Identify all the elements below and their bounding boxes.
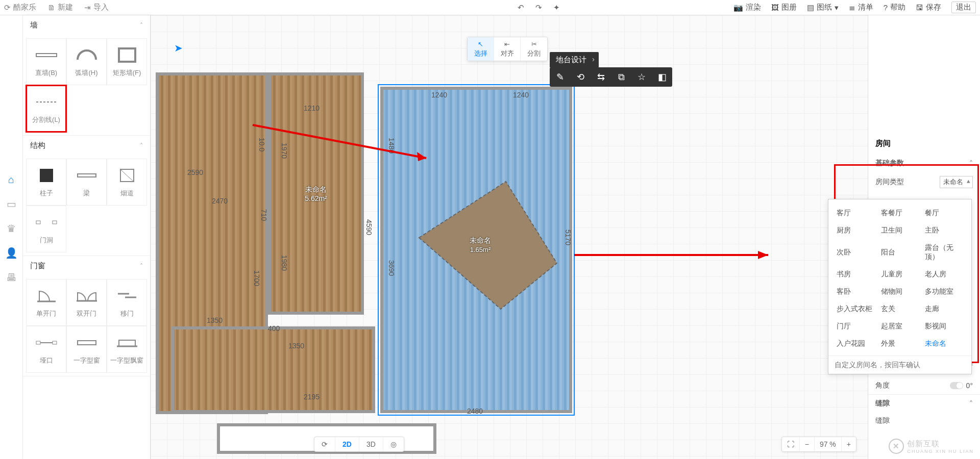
import-icon: ⇥	[84, 3, 91, 12]
align-icon: ⇤	[504, 40, 510, 48]
exit-button[interactable]: 退出	[951, 2, 976, 13]
rail-furniture-icon[interactable]: ♛	[5, 222, 17, 235]
undo-button[interactable]: ↶	[518, 3, 524, 12]
section-wall: 墙˄ 直墙(B) 弧墙(H) 矩形墙(F) 分割线(L)	[23, 15, 150, 136]
dim-label: 1480	[387, 138, 396, 154]
room-type-option[interactable]: 客餐厅	[879, 205, 921, 222]
section-doorwin-header[interactable]: 门窗˄	[23, 256, 150, 276]
dim-label: 1970	[280, 143, 288, 159]
room-type-option[interactable]: 卫生间	[879, 222, 921, 239]
tool-divider-line[interactable]: 分割线(L)	[26, 85, 66, 132]
room-type-option[interactable]: 老人房	[923, 266, 965, 283]
rail-material-icon[interactable]: ▭	[5, 198, 17, 210]
dim-label: 2590	[187, 168, 203, 176]
room-type-option[interactable]: 书房	[835, 266, 877, 283]
room-type-option[interactable]: 露台（无顶）	[923, 239, 965, 266]
room-type-option[interactable]: 步入式衣柜	[835, 300, 877, 318]
room-type-option[interactable]: 入户花园	[835, 335, 877, 352]
room-type-option[interactable]: 未命名	[923, 335, 965, 352]
tool-arc-wall[interactable]: 弧墙(H)	[66, 38, 107, 85]
cursor-icon: ↖	[478, 40, 483, 48]
tool-beam[interactable]: 梁	[66, 159, 107, 206]
rail-home-icon[interactable]: ⌂	[5, 173, 17, 186]
tool-straight-wall[interactable]: 直墙(B)	[26, 38, 66, 85]
room-type-option[interactable]: 主卧	[923, 222, 965, 239]
copy-button[interactable]: ⧉	[611, 67, 631, 87]
room-type-option[interactable]: 多功能室	[923, 283, 965, 300]
tool-flue[interactable]: 烟道	[107, 159, 147, 206]
room-type-option[interactable]: 走廊	[923, 300, 965, 318]
view-eye-button[interactable]: ◎	[383, 437, 404, 451]
tool-door-opening[interactable]: 门洞	[26, 206, 66, 252]
angle-value: 0°	[966, 381, 973, 390]
angle-toggle[interactable]	[950, 382, 963, 389]
import-button[interactable]: ⇥导入	[84, 3, 109, 12]
room-type-option[interactable]: 门厅	[835, 318, 877, 335]
save-button[interactable]: 🖫保存	[916, 3, 941, 12]
view-2d-button[interactable]: 2D	[335, 437, 359, 451]
tool-split[interactable]: ✂分割	[521, 37, 547, 61]
platform-design-tag[interactable]: 地台设计	[550, 52, 599, 68]
section-struct: 结构˄ 柱子 梁 烟道 门洞	[23, 136, 150, 256]
room-type-option[interactable]: 客厅	[835, 205, 877, 222]
room-type-custom-input[interactable]	[835, 361, 965, 369]
zoom-in-button[interactable]: +	[842, 437, 856, 451]
tool-window[interactable]: 一字型窗	[66, 326, 107, 373]
tool-single-door[interactable]: 单开门	[26, 279, 66, 326]
room-type-option[interactable]: 餐厅	[923, 205, 965, 222]
room-type-option[interactable]: 次卧	[835, 239, 877, 266]
room-type-option[interactable]: 儿童房	[879, 266, 921, 283]
room-type-select[interactable]: 未命名	[940, 176, 973, 188]
room-type-option[interactable]: 阳台	[879, 239, 921, 266]
zoom-controls: ⛶ − 97 % +	[781, 437, 856, 452]
tool-rect-wall[interactable]: 矩形墙(F)	[107, 38, 147, 85]
svg-text:未命名: 未命名	[470, 236, 491, 244]
tool-bay-window[interactable]: 一字型飘窗	[107, 326, 147, 373]
svg-text:1.65m²: 1.65m²	[470, 246, 491, 253]
list-button[interactable]: ≣清单	[849, 3, 873, 12]
panel-title: 房间	[868, 133, 980, 155]
dim-label: 1700	[253, 270, 261, 286]
section-wall-header[interactable]: 墙˄	[23, 15, 150, 35]
panel-gap-title[interactable]: 缝隙˄	[868, 394, 980, 412]
panel-basic-params[interactable]: 基础参数˄	[868, 155, 980, 172]
platform-triangle[interactable]: 未命名 1.65m²	[414, 176, 562, 314]
tool-align[interactable]: ⇤对齐	[494, 37, 521, 61]
redo-button[interactable]: ↷	[535, 3, 542, 12]
magic-button[interactable]: ✦	[553, 3, 560, 12]
edit-button[interactable]: ✎	[550, 67, 570, 87]
favorite-button[interactable]: ☆	[631, 67, 652, 87]
room-type-option[interactable]: 厨房	[835, 222, 877, 239]
floor-plan[interactable]: 未命名 5.62m² 未命名 11.17m² 未命名 1.65m² 2590 1…	[156, 66, 579, 434]
erase-button[interactable]: ◧	[652, 67, 672, 87]
tool-yako[interactable]: 垭口	[26, 326, 66, 373]
room-type-option[interactable]: 玄关	[879, 300, 921, 318]
render-button[interactable]: 📷渲染	[733, 3, 761, 12]
section-struct-header[interactable]: 结构˄	[23, 136, 150, 156]
eraser-icon: ◧	[658, 71, 667, 83]
zoom-out-button[interactable]: −	[800, 437, 815, 451]
room-type-option[interactable]: 起居室	[879, 318, 921, 335]
drawing-button[interactable]: 🖼图册	[771, 3, 797, 12]
rail-print-icon[interactable]: 🖶	[5, 271, 17, 284]
new-button[interactable]: 🗎新建	[47, 3, 73, 12]
help-button[interactable]: ?帮助	[884, 3, 905, 12]
room-type-option[interactable]: 储物间	[879, 283, 921, 300]
tool-sliding-door[interactable]: 移门	[107, 279, 147, 326]
room-type-label: 房间类型	[875, 177, 904, 187]
swap-button[interactable]: ⇆	[591, 67, 611, 87]
rotate-button[interactable]: ⟲	[570, 67, 591, 87]
room-type-option[interactable]: 外景	[879, 335, 921, 352]
room-type-option[interactable]: 客卧	[835, 283, 877, 300]
tool-select[interactable]: ↖选择	[468, 37, 494, 61]
tool-column[interactable]: 柱子	[26, 159, 66, 206]
room-area: 5.62m²	[305, 194, 327, 202]
room-label: 未命名	[305, 185, 327, 194]
sheet-button[interactable]: ▤图纸 ▾	[807, 3, 839, 12]
view-rotate-button[interactable]: ⟳	[314, 437, 335, 451]
room-type-option[interactable]: 影视间	[923, 318, 965, 335]
tool-double-door[interactable]: 双开门	[66, 279, 107, 326]
rail-user-icon[interactable]: 👤	[5, 247, 17, 259]
fullscreen-button[interactable]: ⛶	[782, 437, 800, 451]
view-3d-button[interactable]: 3D	[359, 437, 383, 451]
